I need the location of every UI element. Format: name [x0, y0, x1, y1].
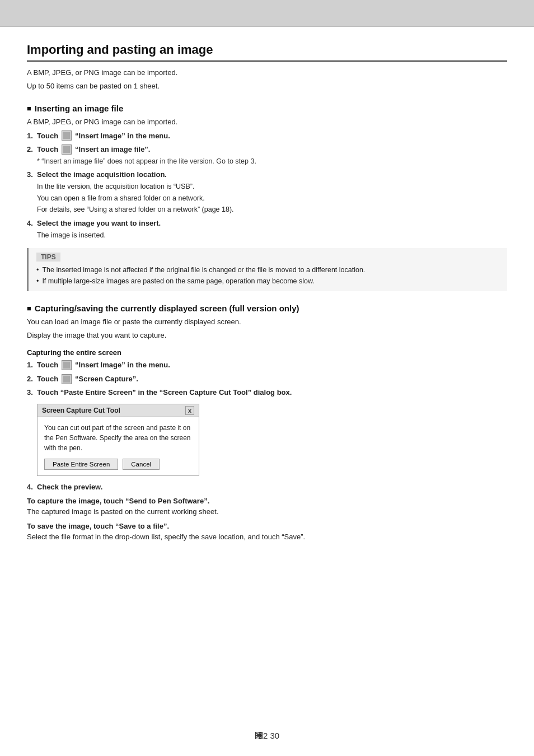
step-1-insert: 1. Touch “Insert Image” in the menu. [27, 130, 507, 142]
section-intro-inserting: A BMP, JPEG, or PNG image can be importe… [27, 116, 507, 128]
dialog-close-button[interactable]: x [185, 406, 194, 415]
insert-image-icon-1 [62, 130, 72, 141]
step-4-sub-1: The image is inserted. [37, 230, 507, 241]
section-title-inserting: Inserting an image file [27, 104, 507, 113]
dialog-title: Screen Capture Cut Tool [42, 407, 120, 414]
insert-image-icon-2 [62, 144, 72, 155]
dialog-titlebar: Screen Capture Cut Tool x [38, 404, 199, 417]
capture-note-1-sub: The captured image is pasted on the curr… [27, 506, 507, 517]
paste-entire-screen-button[interactable]: Paste Entire Screen [44, 459, 118, 470]
capture-insert-icon-2 [62, 374, 72, 384]
content: Importing and pasting an image A BMP, JP… [0, 27, 534, 566]
dialog-body: You can cut out part of the screen and p… [38, 417, 199, 475]
step-2-note: * “Insert an image file” does not appear… [37, 156, 507, 167]
capture-note-1-bold: To capture the image, touch “Send to Pen… [27, 497, 507, 505]
step-4-capture: 4. Check the preview. [27, 482, 507, 493]
section-inserting: Inserting an image file A BMP, JPEG, or … [27, 104, 507, 291]
capture-note-2-bold: To save the image, touch “Save to a file… [27, 522, 507, 530]
dialog-buttons: Paste Entire Screen Cancel [44, 459, 192, 470]
section-title-capturing: Capturing/saving the currently displayed… [27, 304, 507, 313]
step-4-insert: 4. Select the image you want to insert. [27, 218, 507, 229]
step-3-capture: 3. Touch “Paste Entire Screen” in the “S… [27, 387, 507, 398]
page-title: Importing and pasting an image [27, 43, 507, 62]
subsection-title-entire: Capturing the entire screen [27, 348, 507, 357]
step-3-insert: 3. Select the image acquisition location… [27, 169, 507, 180]
section-capturing: Capturing/saving the currently displayed… [27, 304, 507, 542]
page-number: ⑔2 30 [255, 731, 279, 740]
step-3-sub-3: For details, see “Using a shared folder … [37, 204, 507, 215]
step-3-sub-2: You can open a file from a shared folder… [37, 193, 507, 204]
tips-label: TIPS [36, 253, 60, 262]
step-1-capture: 1. Touch “Insert Image” in the menu. [27, 360, 507, 371]
tips-box: TIPS The inserted image is not affected … [27, 248, 507, 291]
section-intro-capturing-1: You can load an image file or paste the … [27, 316, 507, 328]
step-3-sub-1: In the lite version, the acquisition loc… [37, 181, 507, 192]
screen-capture-dialog: Screen Capture Cut Tool x You can cut ou… [37, 404, 199, 476]
step-2-capture: 2. Touch “Screen Capture”. [27, 374, 507, 385]
section-intro-capturing-2: Display the image that you want to captu… [27, 330, 507, 341]
capture-note-2-sub: Select the file format in the drop-down … [27, 531, 507, 543]
tips-item-2: If multiple large-size images are pasted… [36, 276, 499, 287]
intro-line-2: Up to 50 items can be pasted on 1 sheet. [27, 81, 507, 92]
top-bar [0, 0, 534, 27]
step-2-insert: 2. Touch “Insert an image file”. [27, 144, 507, 155]
tips-item-1: The inserted image is not affected if th… [36, 264, 499, 276]
intro-line-1: A BMP, JPEG, or PNG image can be importe… [27, 67, 507, 78]
capture-insert-icon-1 [62, 360, 72, 370]
page-wrapper: Importing and pasting an image A BMP, JP… [0, 0, 534, 756]
dialog-body-text: You can cut out part of the screen and p… [44, 423, 192, 453]
cancel-button[interactable]: Cancel [123, 459, 160, 470]
